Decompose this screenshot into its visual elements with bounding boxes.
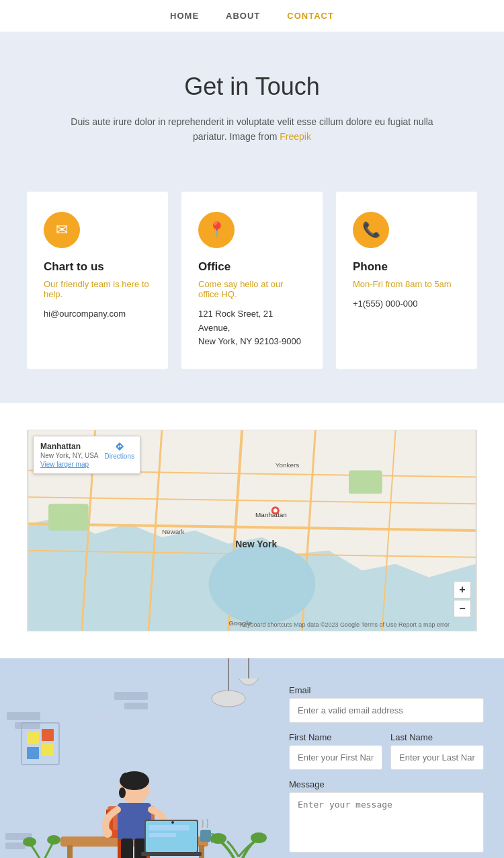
svg-point-45: [119, 787, 126, 798]
svg-point-65: [47, 835, 60, 845]
lastname-input[interactable]: [390, 745, 484, 770]
svg-rect-55: [141, 852, 202, 856]
svg-text:New York: New York: [235, 539, 277, 549]
email-input[interactable]: [289, 698, 484, 723]
map-info-overlay: Manhattan New York, NY, USA Directions V…: [33, 436, 140, 474]
svg-rect-49: [121, 838, 133, 858]
svg-point-64: [23, 837, 36, 847]
svg-point-20: [274, 508, 278, 512]
svg-point-46: [121, 773, 132, 783]
card-chat-title: Chart to us: [44, 260, 151, 274]
zoom-out-button[interactable]: −: [454, 600, 471, 617]
hero-title: Get in Touch: [54, 73, 450, 101]
contact-form: Email First Name Last Name Message MAKE …: [269, 658, 504, 858]
svg-rect-35: [67, 845, 73, 858]
card-phone: 📞 Phone Mon-Fri from 8am to 5am +1(555) …: [336, 192, 477, 369]
card-office-title: Office: [198, 260, 306, 274]
svg-text:Yonkers: Yonkers: [276, 461, 300, 469]
svg-rect-13: [349, 471, 382, 494]
svg-point-48: [103, 828, 112, 838]
card-office: 📍 Office Come say hello at our office HQ…: [181, 192, 323, 369]
firstname-input[interactable]: [289, 745, 382, 770]
nav-about[interactable]: ABOUT: [226, 11, 260, 21]
svg-rect-68: [27, 747, 39, 759]
nav-contact[interactable]: CONTACT: [287, 11, 334, 21]
name-row: First Name Last Name: [289, 732, 484, 770]
svg-rect-27: [124, 703, 148, 709]
view-larger-map-link[interactable]: View larger map: [40, 461, 133, 468]
map-location-sub: New York, NY, USA: [40, 452, 99, 459]
map-zoom-controls: + −: [454, 581, 471, 617]
svg-rect-26: [114, 692, 148, 700]
firstname-field-group: First Name: [289, 732, 382, 770]
svg-rect-59: [200, 830, 211, 842]
message-field-group: Message: [289, 779, 484, 855]
map-location-name: Manhattan: [40, 442, 81, 451]
map-credits: Keyboard shortcuts Map data ©2023 Google…: [240, 621, 450, 628]
hero-section: Get in Touch Duis aute irure dolor in re…: [0, 32, 504, 178]
nav-home[interactable]: HOME: [170, 11, 199, 21]
email-icon: ✉: [44, 212, 80, 248]
email-label: Email: [289, 685, 484, 695]
svg-rect-69: [42, 744, 54, 756]
directions-button[interactable]: Directions: [105, 442, 134, 460]
svg-rect-31: [7, 712, 40, 720]
svg-rect-30: [5, 843, 26, 849]
svg-rect-56: [149, 825, 190, 830]
svg-text:Manhattan: Manhattan: [255, 511, 287, 518]
svg-rect-57: [149, 833, 176, 837]
card-phone-title: Phone: [353, 260, 460, 274]
card-chat-detail: hi@ourcompany.com: [44, 307, 151, 321]
firstname-label: First Name: [289, 732, 382, 742]
svg-rect-36: [199, 845, 204, 858]
svg-point-61: [210, 833, 226, 844]
hero-description: Duis aute irure dolor in reprehenderit i…: [54, 114, 450, 145]
card-chat: ✉ Chart to us Our friendly team is here …: [27, 192, 168, 369]
card-office-subtitle: Come say hello at our office HQ.: [198, 279, 306, 299]
card-phone-detail: +1(555) 000-000: [353, 297, 460, 311]
phone-icon: 📞: [353, 212, 389, 248]
svg-rect-67: [42, 729, 54, 741]
location-icon: 📍: [198, 212, 235, 248]
map-section: New York Newark Manhattan Yonkers Google…: [0, 403, 504, 658]
svg-point-62: [251, 832, 267, 843]
svg-rect-66: [27, 732, 39, 744]
svg-rect-28: [101, 712, 118, 719]
svg-point-14: [208, 544, 315, 624]
svg-rect-12: [48, 504, 89, 531]
card-phone-subtitle: Mon-Fri from 8am to 5am: [353, 279, 460, 289]
navigation: HOME ABOUT CONTACT: [0, 0, 504, 32]
illustration-panel: [0, 658, 269, 858]
card-office-detail: 121 Rock Sreet, 21 Avenue,New York, NY 9…: [198, 307, 306, 349]
svg-point-58: [171, 821, 174, 824]
message-label: Message: [289, 779, 484, 789]
email-field-group: Email: [289, 685, 484, 723]
message-textarea[interactable]: [289, 792, 484, 853]
cards-section: ✉ Chart to us Our friendly team is here …: [0, 178, 504, 403]
map-container[interactable]: New York Newark Manhattan Yonkers Google…: [27, 430, 477, 631]
lastname-label: Last Name: [390, 732, 484, 742]
lastname-field-group: Last Name: [390, 732, 484, 770]
svg-point-25: [212, 691, 245, 707]
card-chat-subtitle: Our friendly team is here to help.: [44, 279, 151, 299]
form-section: Email First Name Last Name Message MAKE …: [0, 658, 504, 858]
freepik-link[interactable]: Freepik: [280, 131, 311, 142]
svg-text:Newark: Newark: [162, 528, 185, 535]
zoom-in-button[interactable]: +: [454, 581, 471, 598]
